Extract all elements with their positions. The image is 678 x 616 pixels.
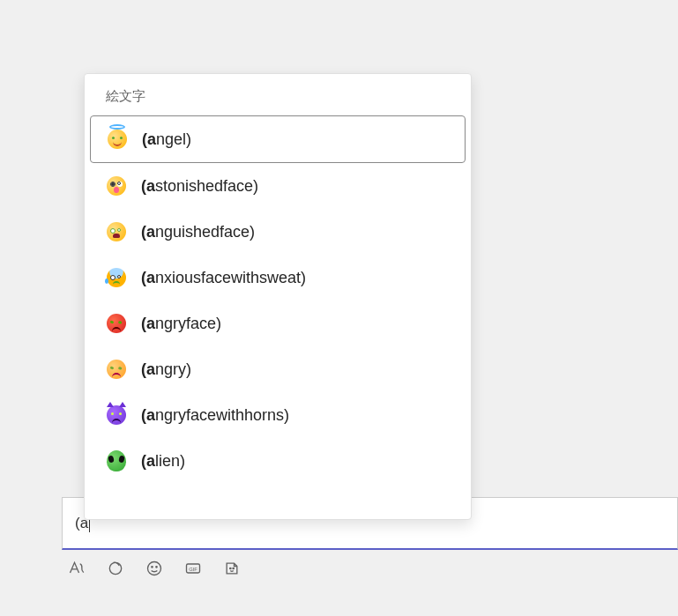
picker-item-label: (anxiousfacewithsweat) (141, 269, 306, 287)
picker-item-angryface[interactable]: (angryface) (90, 301, 466, 346)
picker-item-horns[interactable]: (angryfacewithhorns) (90, 392, 466, 438)
picker-item-label: (alien) (141, 452, 185, 471)
picker-item-astonished[interactable]: (astonishedface) (90, 163, 466, 209)
gif-icon[interactable]: GIF (183, 559, 203, 578)
emoji-picker: 絵文字 (angel)(astonishedface)(anguishedfac… (84, 73, 472, 520)
picker-item-angel[interactable]: (angel) (90, 115, 466, 163)
svg-point-3 (156, 567, 157, 568)
picker-item-label: (angryface) (141, 315, 221, 333)
angryface-emoji-icon (106, 313, 127, 334)
picker-item-angry[interactable]: (angry) (90, 346, 466, 392)
picker-item-anxious[interactable]: (anxiousfacewithsweat) (90, 255, 466, 301)
picker-title: 絵文字 (85, 74, 471, 115)
astonished-emoji-icon (106, 175, 127, 197)
svg-point-2 (152, 567, 153, 568)
picker-item-label: (anguishedface) (141, 223, 255, 241)
angry-emoji-icon (106, 359, 127, 380)
picker-item-anguished[interactable]: (anguishedface) (90, 209, 466, 255)
svg-point-7 (233, 568, 234, 568)
picker-item-label: (angryfacewithhorns) (141, 406, 289, 425)
alien-emoji-icon (106, 450, 127, 471)
anxious-emoji-icon (106, 267, 127, 288)
loop-icon[interactable] (106, 559, 125, 578)
angel-emoji-icon (107, 129, 128, 150)
emoji-icon[interactable] (145, 559, 164, 578)
picker-item-alien[interactable]: (alien) (90, 438, 466, 484)
anguished-emoji-icon (106, 221, 127, 242)
horns-emoji-icon (106, 404, 127, 426)
picker-item-label: (astonishedface) (141, 177, 258, 196)
picker-item-label: (angel) (142, 130, 191, 149)
format-icon[interactable] (67, 559, 86, 578)
compose-toolbar: GIF (67, 559, 242, 578)
svg-point-0 (109, 562, 121, 574)
picker-list: (angel)(astonishedface)(anguishedface)(a… (85, 115, 471, 484)
svg-point-6 (230, 568, 231, 568)
svg-text:GIF: GIF (189, 567, 197, 572)
svg-point-1 (148, 562, 161, 575)
picker-item-label: (angry) (141, 360, 191, 379)
sticker-icon[interactable] (222, 559, 242, 578)
